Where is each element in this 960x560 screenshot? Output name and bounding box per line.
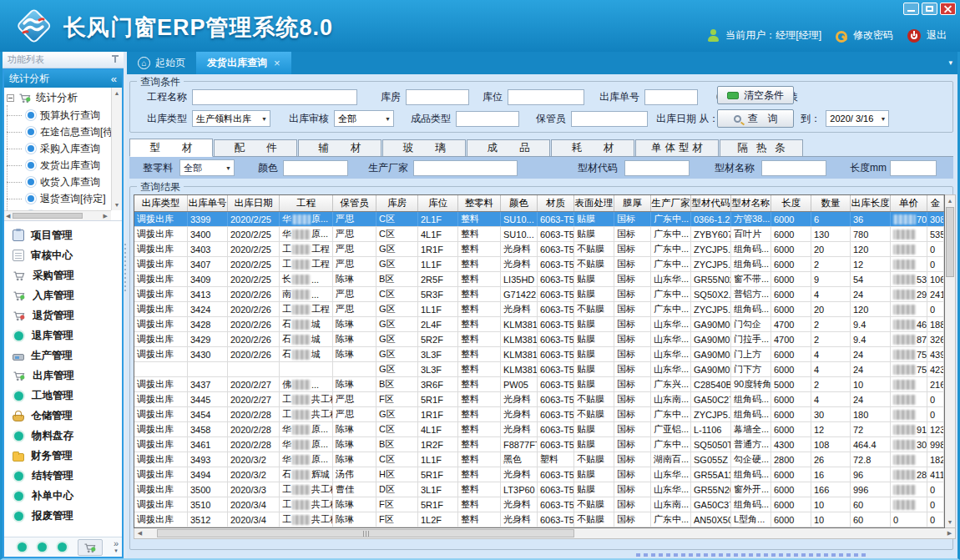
material-tab-耗材[interactable]: 耗材 xyxy=(551,139,634,157)
material-tab-单体型材[interactable]: 单体型材 xyxy=(635,139,719,157)
column-header-material[interactable]: 材质 xyxy=(538,195,574,211)
tree-vertical-scrollbar[interactable]: ▲ ▼ xyxy=(111,88,122,210)
column-header-out_length[interactable]: 出库长度 xyxy=(851,195,891,211)
audit-select[interactable]: 全部 ▼ xyxy=(334,110,394,127)
scroll-up-icon[interactable]: ▲ xyxy=(945,195,955,206)
scroll-down-icon[interactable]: ▼ xyxy=(114,202,120,208)
product-type-input[interactable] xyxy=(456,111,519,127)
column-header-length[interactable]: 长度 xyxy=(771,195,811,211)
table-row[interactable]: 调拨出库35002020/3/3工共工程曹佳D区3L1F整料LT3P606063… xyxy=(134,482,944,497)
tab-home[interactable]: ⌂起始页 xyxy=(127,52,196,74)
sidebar-module-补单中心[interactable]: 补单中心 xyxy=(4,486,122,506)
table-row[interactable]: 调拨出库34302020/2/26石城陈琳G区3L3F整料KLM38176063… xyxy=(134,347,944,362)
length-input[interactable] xyxy=(890,160,937,176)
scroll-left-icon[interactable]: ◀ xyxy=(134,530,145,537)
code-input[interactable] xyxy=(624,160,690,176)
material-tab-玻璃[interactable]: 玻璃 xyxy=(382,139,466,157)
tab-list-dropdown-icon[interactable]: ▾ xyxy=(948,58,952,67)
table-row[interactable]: 调拨出库34612020/2/28华原...陈琳B区1R2F整料F8877FT6… xyxy=(134,437,944,452)
column-header-out_date[interactable]: 出库日期 xyxy=(228,195,280,211)
scroll-left-icon[interactable]: ◀ xyxy=(6,213,10,219)
sidebar-module-财务管理[interactable]: 财务管理 xyxy=(4,446,122,466)
column-header-unit_price[interactable]: 单价 xyxy=(891,195,927,211)
footer-cart-button[interactable] xyxy=(78,539,103,556)
table-row[interactable]: 调拨出库34292020/2/26石城陈琳G区5R2F整料KLM38176063… xyxy=(134,332,944,347)
sidebar-module-项目管理[interactable]: 项目管理 xyxy=(4,225,122,245)
module-dot-icon[interactable] xyxy=(38,542,47,552)
tab-shipping-outbound-query[interactable]: 发货出库查询× xyxy=(196,52,291,74)
table-row[interactable]: 调拨出库34282020/2/26石城陈琳G区2L4F整料KLM38176063… xyxy=(134,317,944,332)
table-row[interactable]: 调拨出库34932020/3/2华原...陈琳C区1L1F整料黑色塑料不贴膜国标… xyxy=(134,452,944,467)
table-row[interactable]: G区3L3F整料KLM38176063-T5贴膜国标山东华...GA90M09.… xyxy=(134,362,944,377)
table-row[interactable]: 调拨出库35122020/3/4工共工程陈琳F区1L2F整料光身料6063-T5… xyxy=(134,512,944,527)
table-row[interactable]: 调拨出库34942020/3/2石辉城汤伟H区5R1F整料光身料6063-T5贴… xyxy=(134,467,944,482)
scroll-right-icon[interactable]: ▶ xyxy=(944,530,955,537)
column-header-location[interactable]: 库位 xyxy=(418,195,458,211)
minimize-icon[interactable] xyxy=(903,3,919,15)
sidebar-module-物料盘存[interactable]: 物料盘存 xyxy=(4,426,122,446)
tab-close-icon[interactable]: × xyxy=(274,57,280,69)
out-type-select[interactable]: 生产领料出库 ▼ xyxy=(192,110,270,127)
table-row[interactable]: 调拨出库33992020/2/25华原...严思C区2L1F整料SU10...6… xyxy=(134,212,944,227)
column-header-name[interactable]: 型材名称 xyxy=(731,195,771,211)
column-header-film[interactable]: 膜厚 xyxy=(614,195,651,211)
module-dot-icon[interactable] xyxy=(18,542,27,552)
column-header-whole_part[interactable]: 整零料 xyxy=(458,195,501,211)
table-row[interactable]: 调拨出库34542020/2/28工共工程严思G区1R1F整料光身料6063-T… xyxy=(134,407,944,422)
table-row[interactable]: 调拨出库34092020/2/25长...陈琳B区2R5F整料LI35HD606… xyxy=(134,272,944,287)
sidebar-module-生产管理[interactable]: 生产管理 xyxy=(4,346,122,366)
table-row[interactable]: 调拨出库34132020/2/26南...严思C区5R3F整料G71422606… xyxy=(134,287,944,302)
location-input[interactable] xyxy=(508,89,584,105)
sidebar-tree-item[interactable]: 在途信息查询[待 xyxy=(15,124,111,140)
column-header-color[interactable]: 颜色 xyxy=(501,195,538,211)
search-button[interactable]: 查 询 xyxy=(717,109,794,128)
pin-icon[interactable] xyxy=(112,55,119,64)
table-row[interactable]: 调拨出库34372020/2/27佛...陈琳B区3R6F整料PW056063-… xyxy=(134,377,944,392)
sidebar-module-入库管理[interactable]: 入库管理 xyxy=(4,285,122,305)
sidebar-tree-item[interactable]: 发货出库查询 xyxy=(15,157,111,174)
name-input[interactable] xyxy=(761,160,826,176)
column-header-surface[interactable]: 表面处理 xyxy=(574,195,614,211)
collapse-icon[interactable]: « xyxy=(111,73,117,84)
clear-conditions-button[interactable]: 清空条件 xyxy=(717,86,794,104)
sidebar-tree-item[interactable]: 收货入库查询 xyxy=(15,174,111,190)
sidebar-module-结转管理[interactable]: 结转管理 xyxy=(4,466,122,486)
material-tab-辅材[interactable]: 辅材 xyxy=(298,139,381,157)
scroll-right-icon[interactable]: ▶ xyxy=(104,213,108,219)
column-header-qty[interactable]: 数量 xyxy=(811,195,851,211)
maximize-icon[interactable] xyxy=(922,3,937,15)
material-tab-隔热条[interactable]: 隔热条 xyxy=(720,139,803,157)
column-header-manufacturer[interactable]: 生产厂家 xyxy=(651,195,691,211)
table-row[interactable]: 调拨出库34582020/2/28华原...陈琳C区4L1F整料光身料6063-… xyxy=(134,422,944,437)
table-row[interactable]: 调拨出库34072020/2/25工工程严思G区1L1F整料光身料6063-T5… xyxy=(134,257,944,272)
manufacturer-input[interactable] xyxy=(413,160,518,176)
column-header-out_type[interactable]: 出库类型 xyxy=(134,195,188,211)
grid-vertical-scrollbar[interactable]: ▲ ▼ xyxy=(945,194,956,528)
sidebar-module-审核中心[interactable]: 审核中心 xyxy=(4,245,122,265)
scroll-up-icon[interactable]: ▲ xyxy=(114,90,120,96)
tree-expander-icon[interactable] xyxy=(7,94,14,102)
footer-expander[interactable]: » ▾ xyxy=(114,541,119,553)
scrollbar-thumb[interactable] xyxy=(946,207,954,277)
sidebar-module-退货管理[interactable]: 退货管理 xyxy=(4,305,122,325)
column-header-keeper[interactable]: 保管员 xyxy=(333,195,376,211)
material-tab-成品[interactable]: 成品 xyxy=(467,139,550,157)
sidebar-module-仓储管理[interactable]: 仓储管理 xyxy=(4,406,122,426)
sidebar-module-退库管理[interactable]: 退库管理 xyxy=(4,325,122,346)
scroll-down-icon[interactable]: ▼ xyxy=(945,517,955,527)
sidebar-module-出库管理[interactable]: 出库管理 xyxy=(4,366,122,386)
warehouse-input[interactable] xyxy=(406,89,469,105)
column-header-warehouse[interactable]: 库房 xyxy=(376,195,418,211)
column-header-amount[interactable]: 金 xyxy=(927,195,944,211)
column-header-project[interactable]: 工程 xyxy=(280,195,333,211)
logout-link[interactable]: 退出 xyxy=(927,28,947,43)
project-name-input[interactable] xyxy=(192,89,357,105)
grid-horizontal-scrollbar[interactable]: ◀ ▶ xyxy=(134,528,956,539)
close-icon[interactable] xyxy=(940,3,956,15)
tree-root-node[interactable]: 统计分析 xyxy=(4,88,111,107)
scrollbar-thumb[interactable] xyxy=(13,213,83,219)
sidebar-module-采购管理[interactable]: 采购管理 xyxy=(4,265,122,285)
sidebar-module-报废管理[interactable]: 报废管理 xyxy=(4,506,122,526)
table-row[interactable]: 调拨出库34452020/2/27工共工程严思F区5R1F整料光身料6063-T… xyxy=(134,392,944,407)
table-row[interactable]: 调拨出库34032020/2/25工工程严思G区1R1F整料光身料6063-T5… xyxy=(134,242,944,257)
